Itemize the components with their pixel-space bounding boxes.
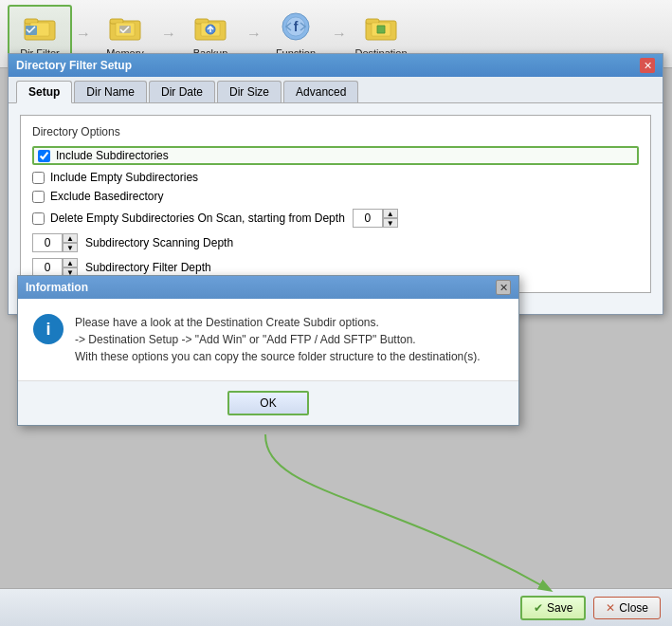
info-text: Please have a look at the Destination Cr… bbox=[75, 314, 481, 365]
filter-depth-row: ▲ ▼ Subdirectory Filter Depth bbox=[32, 258, 639, 277]
arrow-2: → bbox=[161, 26, 176, 43]
save-icon: ✔ bbox=[534, 601, 543, 615]
info-content-row: i Please have a look at the Destination … bbox=[33, 314, 503, 365]
filter-depth-label: Subdirectory Filter Depth bbox=[85, 261, 211, 274]
delete-empty-row: Delete Empty Subdirectories On Scan, sta… bbox=[32, 209, 639, 228]
depth-input[interactable] bbox=[353, 209, 383, 228]
info-line2: -> Destination Setup -> "Add Win" or "Ad… bbox=[75, 331, 481, 348]
depth-up-button[interactable]: ▲ bbox=[383, 209, 398, 218]
arrow-4: → bbox=[332, 26, 347, 43]
include-empty-checkbox[interactable] bbox=[32, 172, 45, 184]
main-dialog-titlebar: Directory Filter Setup ✕ bbox=[9, 54, 663, 77]
include-empty-row: Include Empty Subdirectories bbox=[32, 171, 639, 184]
info-line1: Please have a look at the Destination Cr… bbox=[75, 314, 481, 331]
tab-dir-size[interactable]: Dir Size bbox=[217, 81, 282, 102]
scan-depth-input[interactable] bbox=[32, 233, 63, 252]
close-button[interactable]: ✕ Close bbox=[593, 597, 661, 619]
tab-dir-date[interactable]: Dir Date bbox=[149, 81, 215, 102]
info-dialog-titlebar: Information ✕ bbox=[18, 276, 518, 299]
info-icon: i bbox=[33, 314, 64, 344]
save-button[interactable]: ✔ Save bbox=[520, 596, 586, 620]
ok-button[interactable]: OK bbox=[227, 391, 308, 415]
tab-setup[interactable]: Setup bbox=[16, 81, 72, 103]
info-dialog-title: Information bbox=[26, 281, 88, 294]
tab-advanced[interactable]: Advanced bbox=[283, 81, 358, 102]
arrow-1: → bbox=[76, 26, 91, 43]
directory-options-group: Directory Options Include Subdirectories… bbox=[20, 115, 651, 293]
include-subdirs-label: Include Subdirectories bbox=[56, 149, 169, 162]
filter-depth-input[interactable] bbox=[32, 258, 63, 277]
filter-depth-buttons: ▲ ▼ bbox=[63, 258, 78, 277]
function-icon: f bbox=[279, 9, 313, 44]
scan-depth-row: ▲ ▼ Subdirectory Scanning Depth bbox=[32, 233, 639, 252]
depth-spinbox: ▲ ▼ bbox=[353, 209, 398, 228]
delete-empty-label: Delete Empty Subdirectories On Scan, sta… bbox=[50, 212, 345, 225]
svg-text:f: f bbox=[294, 19, 299, 34]
close-button-label: Close bbox=[619, 601, 648, 615]
scan-depth-up-button[interactable]: ▲ bbox=[63, 233, 78, 243]
scan-depth-down-button[interactable]: ▼ bbox=[63, 243, 78, 252]
scan-depth-spinbox: ▲ ▼ bbox=[32, 233, 78, 252]
info-body: i Please have a look at the Destination … bbox=[18, 299, 518, 380]
main-dialog-close-button[interactable]: ✕ bbox=[640, 58, 655, 73]
close-icon: ✕ bbox=[606, 601, 615, 615]
include-subdirs-row: Include Subdirectories bbox=[32, 146, 639, 165]
exclude-base-row: Exclude Basedirectory bbox=[32, 190, 639, 203]
scan-depth-buttons: ▲ ▼ bbox=[63, 233, 78, 252]
backup-icon bbox=[193, 9, 227, 44]
tab-bar: Setup Dir Name Dir Date Dir Size Advance… bbox=[9, 77, 663, 103]
main-dialog-title: Directory Filter Setup bbox=[16, 59, 132, 72]
exclude-base-checkbox[interactable] bbox=[32, 191, 45, 203]
include-empty-label: Include Empty Subdirectories bbox=[50, 171, 198, 184]
tab-dir-name[interactable]: Dir Name bbox=[74, 81, 147, 102]
scan-depth-label: Subdirectory Scanning Depth bbox=[85, 236, 233, 249]
dir-filter-icon bbox=[23, 9, 57, 44]
info-line3: With these options you can copy the sour… bbox=[75, 348, 481, 365]
destination-icon bbox=[364, 9, 398, 44]
depth-spinbox-buttons: ▲ ▼ bbox=[383, 209, 398, 228]
info-dialog-close-button[interactable]: ✕ bbox=[496, 280, 511, 295]
exclude-base-label: Exclude Basedirectory bbox=[50, 190, 163, 203]
directory-options-title: Directory Options bbox=[32, 125, 639, 138]
include-subdirs-checkbox[interactable] bbox=[38, 150, 50, 162]
depth-down-button[interactable]: ▼ bbox=[383, 218, 398, 228]
save-button-label: Save bbox=[547, 601, 572, 615]
arrow-3: → bbox=[246, 26, 262, 43]
info-footer: OK bbox=[18, 380, 518, 425]
memory-icon bbox=[108, 9, 142, 44]
info-dialog: Information ✕ i Please have a look at th… bbox=[17, 275, 519, 426]
delete-empty-checkbox[interactable] bbox=[32, 212, 45, 225]
filter-depth-spinbox: ▲ ▼ bbox=[32, 258, 78, 277]
bottom-bar: ✔ Save ✕ Close bbox=[0, 588, 672, 626]
filter-depth-up-button[interactable]: ▲ bbox=[63, 258, 78, 267]
